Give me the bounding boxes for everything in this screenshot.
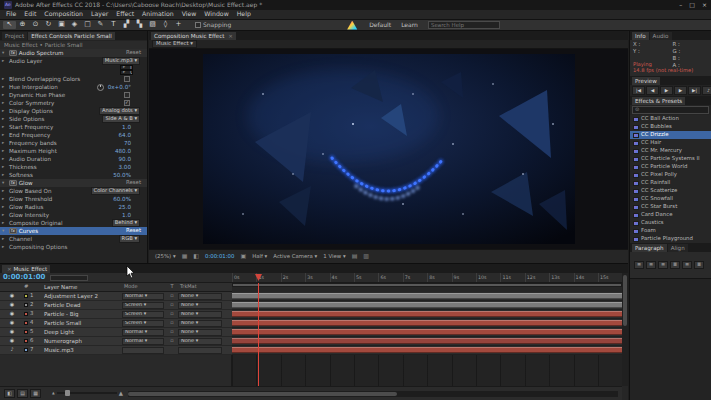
layer-mode-dropdown[interactable] [122, 347, 164, 354]
time-ruler[interactable]: 0s1s2s3s4s5s6s7s8s9s10s11s12s13s14s15s [232, 273, 622, 283]
menu-help[interactable]: Help [233, 11, 255, 18]
zoom-slider-thumb[interactable] [65, 390, 70, 396]
tab-composition[interactable]: Composition Music Effect × [151, 32, 236, 40]
layer-color-chip[interactable] [24, 348, 28, 352]
layer-row-particle-big[interactable]: ◉3Particle - BigScreen ▾▫None ▾ [0, 310, 232, 319]
effect-property-frequency-bands[interactable]: ▸Frequency bands70 [0, 139, 147, 147]
effect-property-softness[interactable]: ▸Softness50.0% [0, 171, 147, 179]
property-value[interactable]: 90.0 [119, 156, 131, 162]
disclosure-triangle-icon[interactable]: ▸ [2, 141, 7, 146]
disclosure-triangle-icon[interactable]: ▸ [2, 197, 7, 202]
column-mode[interactable]: Mode [122, 284, 164, 291]
effect-property-audio-layer[interactable]: ▸Audio LayerMusic.mp3 ▾ [0, 57, 147, 65]
current-time-indicator[interactable] [258, 283, 259, 386]
play-button[interactable]: ▶ [660, 86, 673, 95]
mask-visibility-icon[interactable]: ◧ [193, 253, 199, 260]
grid-guides-icon[interactable]: ▦ [182, 253, 188, 260]
disclosure-triangle-icon[interactable]: ▸ [2, 205, 7, 210]
effect-item-cc-star-burst[interactable]: CC Star Burst [630, 203, 711, 211]
disclosure-triangle-icon[interactable]: ▸ [2, 157, 7, 162]
timeline-toggle-0[interactable]: ◧ [4, 389, 15, 398]
maximize-button[interactable]: □ [689, 2, 695, 9]
property-value[interactable]: 60.0% [113, 196, 131, 202]
disclosure-triangle-icon[interactable]: ▸ [2, 245, 7, 250]
shape-tool[interactable]: □ [81, 21, 94, 29]
timeline-vertical-scrollbar[interactable] [622, 273, 628, 386]
effect-property-compositing-options[interactable]: ▸Compositing Options [0, 243, 147, 251]
menu-animation[interactable]: Animation [138, 11, 178, 18]
layer-row-deep-light[interactable]: ◉5Deep LightNormal ▾▫None ▾ [0, 328, 232, 337]
column-layer-name[interactable]: Layer Name [44, 284, 122, 290]
angle-dial[interactable] [97, 84, 104, 91]
disclosure-triangle-icon[interactable]: ▸ [2, 109, 7, 114]
layer-trkmat-dropdown[interactable]: None ▾ [178, 320, 222, 327]
disclosure-triangle-icon[interactable]: ▸ [2, 221, 7, 226]
layer-mode-dropdown[interactable]: Screen ▾ [122, 320, 164, 327]
workspace-default[interactable]: Default [369, 22, 391, 29]
effects-search-input[interactable] [641, 107, 706, 113]
effect-property-color-symmetry[interactable]: ▸Color Symmetry✓ [0, 99, 147, 107]
effect-property-dynamic-hue-phase[interactable]: ▸Dynamic Hue Phase [0, 91, 147, 99]
property-checkbox[interactable] [124, 76, 130, 82]
effect-item-cc-rainfall[interactable]: CC Rainfall [630, 179, 711, 187]
effect-header-curves[interactable]: ▾fxCurvesReset [0, 227, 147, 235]
menu-composition[interactable]: Composition [40, 11, 87, 18]
align-button-0[interactable]: ≡ [634, 261, 644, 269]
align-button-5[interactable]: ≣ [694, 261, 704, 269]
mute-audio-button[interactable]: ♪ [702, 86, 711, 95]
layer-duration-bar[interactable] [232, 311, 622, 317]
menu-edit[interactable]: Edit [20, 11, 40, 18]
align-button-3[interactable]: ≣ [670, 261, 680, 269]
plugin-logo-icon[interactable] [347, 21, 357, 30]
effect-property-side-options[interactable]: ▸Side OptionsSide A & B ▾ [0, 115, 147, 123]
reset-link[interactable]: Reset [126, 50, 141, 56]
property-dropdown[interactable]: Side A & B ▾ [102, 115, 140, 123]
layer-trkmat-dropdown[interactable]: None ▾ [178, 293, 222, 300]
disclosure-triangle-icon[interactable]: ▸ [2, 125, 7, 130]
menu-file[interactable]: File [2, 11, 20, 18]
disclosure-triangle-icon[interactable]: ▾ [2, 181, 7, 186]
layer-color-chip[interactable] [24, 321, 28, 325]
property-value[interactable]: 70 [124, 140, 131, 146]
disclosure-triangle-icon[interactable]: ▸ [2, 189, 7, 194]
view-layout-dropdown[interactable]: 1 View ▾ [323, 254, 345, 260]
first-frame-button[interactable]: |◀ [632, 86, 645, 95]
effect-item-foam[interactable]: Foam [630, 227, 711, 235]
layer-color-chip[interactable] [24, 312, 28, 316]
layer-duration-bar[interactable] [232, 302, 622, 308]
align-button-4[interactable]: ≡ [682, 261, 692, 269]
menu-view[interactable]: View [178, 11, 201, 18]
layer-mode-dropdown[interactable]: Screen ▾ [122, 302, 164, 309]
current-time-display[interactable]: 0:00:01:00 [3, 274, 46, 282]
disclosure-triangle-icon[interactable]: ▸ [2, 93, 7, 98]
property-value[interactable]: 1.0 [122, 124, 131, 130]
type-tool[interactable]: T [107, 21, 120, 29]
effect-property-audio-duration[interactable]: ▸Audio Duration90.0 [0, 155, 147, 163]
exposure-icon[interactable]: ▥ [363, 253, 369, 260]
menu-window[interactable]: Window [200, 11, 232, 18]
layer-t-toggle[interactable]: ▫ [166, 320, 178, 326]
effect-property-channel[interactable]: ▸ChannelRGB ▾ [0, 235, 147, 243]
layer-t-toggle[interactable]: ▫ [166, 302, 178, 308]
viewer-timecode[interactable]: 0:00:01:00 [205, 254, 234, 260]
disclosure-triangle-icon[interactable]: ▸ [2, 85, 7, 90]
effect-item-cc-snowfall[interactable]: CC Snowfall [630, 195, 711, 203]
property-value[interactable]: 25.0 [119, 204, 131, 210]
disclosure-triangle-icon[interactable]: ▸ [2, 213, 7, 218]
effect-item-cc-pixel-polly[interactable]: CC Pixel Polly [630, 171, 711, 179]
pen-tool[interactable]: ✎ [94, 21, 107, 29]
reset-link[interactable]: Reset [126, 180, 141, 186]
tab-align[interactable]: Align [668, 244, 688, 252]
layer-name[interactable]: Music.mp3 [44, 347, 122, 353]
layer-mode-dropdown[interactable]: Screen ▾ [122, 311, 164, 318]
camera-tool[interactable]: ▣ [55, 21, 68, 29]
snapping-checkbox[interactable] [195, 22, 201, 28]
layer-name[interactable]: Deep Light [44, 329, 122, 335]
timeline-zoom-slider[interactable]: ▲ ▲ [52, 390, 123, 396]
layer-t-toggle[interactable]: ▫ [166, 293, 178, 299]
property-value[interactable]: 3.00 [119, 164, 131, 170]
composition-selector[interactable]: Music Effect ▾ [152, 40, 197, 48]
property-dropdown[interactable]: Behind ▾ [112, 219, 140, 227]
work-area-bar[interactable] [232, 283, 622, 287]
resolution-dropdown[interactable]: Half ▾ [252, 254, 267, 260]
